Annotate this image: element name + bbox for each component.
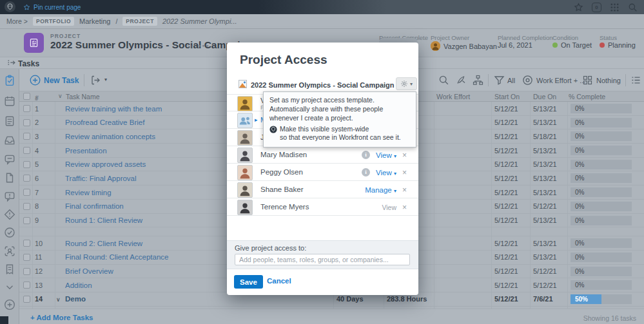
row-expand-icon[interactable]: ∨: [56, 296, 61, 303]
row-checkbox[interactable]: [23, 268, 30, 275]
row-checkbox[interactable]: [23, 175, 30, 182]
access-level-dropdown[interactable]: View: [382, 204, 396, 211]
row-checkbox[interactable]: [23, 161, 30, 168]
task-name-link[interactable]: Round 2: Client Review: [65, 240, 142, 247]
sidebar-item-details-icon[interactable]: [4, 115, 15, 127]
access-settings-button[interactable]: ▾: [396, 77, 417, 90]
remove-person-icon[interactable]: ×: [402, 203, 407, 212]
task-name-link[interactable]: Presentation: [65, 147, 107, 155]
row-checkbox[interactable]: [23, 105, 30, 112]
avatar: [237, 200, 253, 215]
row-checkbox[interactable]: [23, 217, 30, 224]
task-due-date: 5/18/21: [533, 133, 557, 140]
col-work-effort[interactable]: Work Effort: [436, 93, 470, 100]
percent-complete-cell: 0%: [571, 238, 632, 248]
remove-person-icon[interactable]: ×: [402, 151, 407, 160]
info-icon[interactable]: i: [362, 151, 370, 159]
task-name-link[interactable]: Traffic: Final Approval: [65, 175, 137, 182]
status-value[interactable]: Planning: [600, 41, 636, 49]
workfront-logo[interactable]: [5, 1, 15, 12]
new-task-button[interactable]: New Task: [44, 76, 79, 85]
sidebar-item-approvals-icon[interactable]: [4, 227, 15, 238]
percent-complete-cell: 50%: [571, 294, 632, 304]
row-checkbox[interactable]: [23, 147, 30, 154]
sidebar-item-tasks-icon[interactable]: [4, 75, 15, 86]
caret-down-icon: ▾: [394, 153, 396, 159]
taskname-menu-caret-icon[interactable]: ∨: [58, 93, 63, 99]
task-name-link[interactable]: Review animation concepts: [65, 133, 155, 140]
quick-edit-icon[interactable]: [456, 75, 467, 86]
filter-icon[interactable]: [494, 75, 505, 86]
row-checkbox[interactable]: [23, 133, 30, 140]
sidebar-item-documents-icon[interactable]: [4, 172, 15, 184]
export-caret-icon[interactable]: ▾: [104, 77, 107, 82]
row-checkbox[interactable]: [23, 203, 30, 210]
sidebar-item-billing-icon[interactable]: [4, 263, 15, 275]
filter-value[interactable]: All: [507, 77, 515, 84]
owner-value[interactable]: Vazgen Babayan: [431, 41, 497, 51]
hierarchy-icon[interactable]: [473, 75, 483, 86]
sidebar-item-more-icon[interactable]: [4, 281, 15, 293]
percent-complete-cell: 0%: [571, 146, 632, 155]
row-checkbox[interactable]: [23, 189, 30, 196]
save-button[interactable]: Save: [234, 275, 263, 289]
task-name-link[interactable]: Round 1: Client Review: [65, 216, 142, 224]
task-name-link[interactable]: Proofread Creative Brief: [65, 119, 144, 126]
sidebar-item-inbox-icon[interactable]: [4, 135, 15, 146]
sidebar-item-calendar-icon[interactable]: [4, 95, 15, 107]
sidebar-item-add-icon[interactable]: [4, 299, 15, 310]
col-start-on[interactable]: Start On: [494, 93, 520, 100]
list-view-icon[interactable]: [630, 75, 641, 86]
sidebar-item-baselines-icon[interactable]: [4, 245, 15, 257]
favorite-project-star-icon[interactable]: ☆: [186, 41, 194, 51]
task-name-link[interactable]: Addition: [65, 281, 92, 289]
access-level-dropdown[interactable]: View ▾: [376, 169, 396, 176]
task-name-link[interactable]: Review approved assets: [65, 160, 146, 168]
row-checkbox[interactable]: [23, 296, 30, 303]
sidebar-item-risks-icon[interactable]: [4, 209, 15, 220]
view-icon[interactable]: [522, 75, 533, 86]
sidebar-item-issues-icon[interactable]: [4, 191, 15, 202]
sidebar-item-updates-icon[interactable]: [4, 153, 15, 165]
col-task-name[interactable]: Task Name: [66, 93, 100, 100]
row-checkbox[interactable]: [23, 240, 30, 247]
pin-current-page-link[interactable]: Pin current page: [23, 0, 81, 14]
add-more-tasks-link[interactable]: + Add More Tasks: [30, 314, 93, 321]
breadcrumb-project[interactable]: 2022 Summer Olympi...: [162, 17, 237, 25]
grouping-icon[interactable]: [582, 75, 593, 86]
apps-grid-icon[interactable]: [610, 3, 620, 12]
task-name-link[interactable]: Final Round: Client Acceptance: [65, 253, 168, 261]
col-due-on[interactable]: Due On: [533, 93, 556, 100]
percent-complete-cell: 0%: [571, 104, 632, 113]
access-level-dropdown[interactable]: View ▾: [376, 151, 396, 159]
task-name-link[interactable]: Brief Overview: [65, 267, 113, 275]
view-value[interactable]: Work Effort + ...: [536, 77, 585, 84]
breadcrumb-portfolio[interactable]: Marketing: [79, 17, 110, 25]
info-icon[interactable]: i: [362, 168, 370, 176]
access-level-dropdown[interactable]: Manage ▾: [365, 186, 396, 194]
row-checkbox[interactable]: [23, 254, 30, 261]
group-expand-icon[interactable]: ▸: [255, 111, 258, 129]
task-name-link[interactable]: Final confirmation: [65, 202, 124, 210]
grouping-value[interactable]: Nothing: [596, 77, 621, 84]
notifications-button[interactable]: 0: [592, 3, 601, 12]
task-name-link[interactable]: Demo: [65, 295, 86, 303]
row-checkbox[interactable]: [23, 119, 30, 126]
search-icon[interactable]: [628, 3, 638, 12]
remove-person-icon[interactable]: ×: [402, 168, 407, 177]
search-tasks-icon[interactable]: [438, 75, 449, 86]
remove-person-icon[interactable]: ×: [402, 186, 407, 195]
select-all-checkbox[interactable]: [23, 93, 30, 100]
cancel-button[interactable]: Cancel: [267, 277, 291, 285]
give-access-input[interactable]: [235, 254, 410, 265]
condition-value[interactable]: On Target: [552, 41, 592, 49]
task-name-link[interactable]: Review timing: [65, 189, 112, 196]
project-more-menu[interactable]: ●●●: [198, 43, 210, 48]
export-icon[interactable]: [90, 75, 101, 86]
new-task-plus-icon[interactable]: [30, 75, 41, 86]
col-percent-complete[interactable]: % Complete: [569, 93, 605, 100]
favorites-star-icon[interactable]: [574, 3, 583, 12]
breadcrumb-more[interactable]: More >: [6, 17, 28, 25]
row-checkbox[interactable]: [23, 281, 30, 289]
task-name-link[interactable]: Review training with the team: [65, 105, 162, 113]
